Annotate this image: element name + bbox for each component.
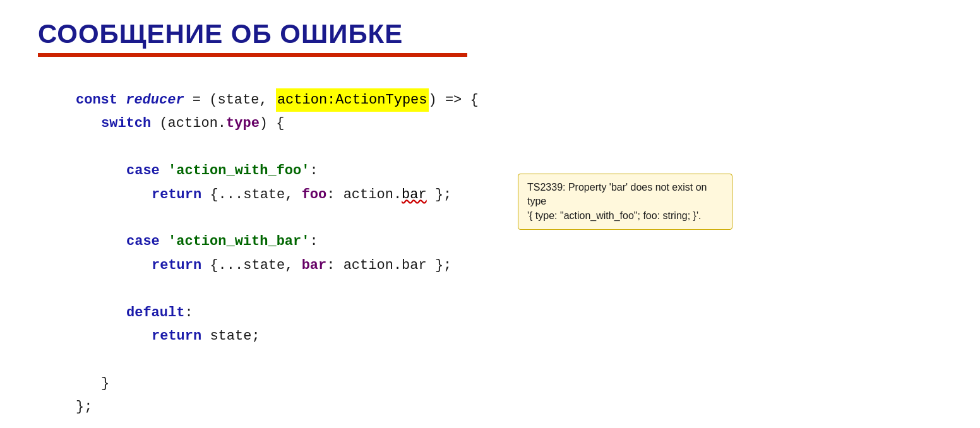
case2-colon: :	[309, 230, 318, 253]
return2-spread: {...state,	[201, 254, 301, 277]
error-tooltip: TS2339: Property 'bar' does not exist on…	[518, 174, 732, 230]
title-underline	[38, 53, 467, 57]
bar-underline-prop: bar	[402, 183, 427, 206]
code-line-close-outer: };	[76, 395, 942, 419]
return2-close: : action.bar };	[326, 254, 451, 277]
action-dot: (action.	[151, 112, 226, 135]
action-types-highlight: action:ActionTypes	[276, 88, 429, 112]
switch-keyword: switch	[101, 112, 151, 135]
code-line-close-inner: }	[101, 372, 942, 395]
return2-keyword: return	[152, 254, 201, 277]
error-line2: '{ type: "action_with_foo"; foo: string;…	[527, 210, 701, 221]
foo-colon: : action.	[326, 183, 402, 206]
return1-keyword: return	[152, 183, 201, 206]
type-prop: type	[226, 112, 260, 135]
return3-state: state;	[201, 324, 260, 348]
code-line-2: switch (action.type) {	[101, 112, 942, 135]
switch-close: ) {	[260, 112, 285, 135]
return3-keyword: return	[152, 324, 201, 348]
return1-close: };	[427, 183, 452, 206]
blank-line-2	[76, 206, 942, 230]
case2-keyword: case	[126, 230, 168, 253]
case1-keyword: case	[126, 159, 168, 182]
bar-prop: bar	[302, 254, 327, 277]
page-title: СООБЩЕНИЕ ОБ ОШИБКЕ	[38, 19, 942, 49]
equals-state: = (state,	[184, 88, 276, 112]
error-line1: TS2339: Property 'bar' does not exist on…	[527, 182, 707, 206]
close-inner-brace: }	[101, 372, 109, 395]
arrow-brace: ) => {	[429, 88, 479, 112]
const-keyword: const	[76, 88, 126, 112]
foo-prop: foo	[302, 183, 327, 206]
return1-spread: {...state,	[201, 183, 301, 206]
code-line-return2: return {...state, bar: action.bar };	[152, 254, 942, 277]
case1-string: 'action_with_foo'	[168, 159, 309, 182]
blank-line-1	[76, 136, 942, 159]
default-colon: :	[184, 301, 193, 324]
blank-line-4	[76, 348, 942, 371]
blank-line-3	[76, 277, 942, 300]
code-line-case2: case 'action_with_bar':	[126, 230, 942, 253]
code-block: const reducer = (state, action:ActionTyp…	[38, 76, 942, 428]
code-line-return3: return state;	[152, 324, 942, 348]
reducer-name: reducer	[126, 88, 184, 112]
case2-string: 'action_with_bar'	[168, 230, 309, 253]
code-line-default: default:	[126, 301, 942, 324]
close-outer-brace: };	[76, 395, 92, 419]
case1-colon: :	[309, 159, 318, 182]
code-line-1: const reducer = (state, action:ActionTyp…	[76, 88, 942, 112]
default-keyword: default	[126, 301, 184, 324]
